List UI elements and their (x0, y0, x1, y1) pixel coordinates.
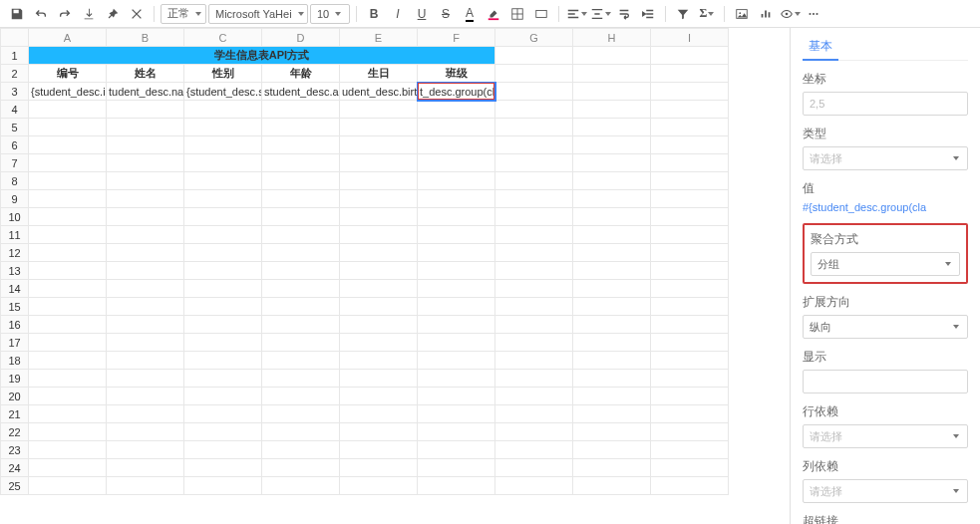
cell[interactable] (107, 226, 184, 244)
cell[interactable] (29, 352, 107, 370)
tab-basic[interactable]: 基本 (803, 34, 838, 61)
cell[interactable] (340, 459, 418, 477)
aggregation-select[interactable]: 分组 (811, 252, 960, 276)
cell[interactable] (184, 459, 262, 477)
cell[interactable] (262, 226, 340, 244)
cell[interactable] (573, 280, 651, 298)
cell[interactable] (29, 226, 107, 244)
cell[interactable] (495, 154, 573, 172)
cell[interactable] (262, 190, 340, 208)
cell[interactable] (418, 441, 495, 459)
cell[interactable] (184, 262, 262, 280)
cell[interactable] (495, 136, 573, 154)
row-header[interactable]: 9 (1, 190, 29, 208)
bold-icon[interactable]: B (363, 3, 385, 25)
cell[interactable] (573, 477, 651, 495)
chart-icon[interactable] (755, 3, 777, 25)
cell[interactable] (107, 172, 184, 190)
cell[interactable] (262, 477, 340, 495)
clear-icon[interactable] (126, 3, 148, 25)
row-header[interactable]: 15 (1, 298, 29, 316)
display-input[interactable] (803, 370, 968, 393)
col-header[interactable]: D (262, 29, 340, 47)
cell[interactable] (573, 352, 651, 370)
cell[interactable] (651, 441, 729, 459)
cell[interactable] (262, 262, 340, 280)
row-header[interactable]: 12 (1, 244, 29, 262)
visibility-icon[interactable] (779, 3, 801, 25)
cell[interactable] (184, 190, 262, 208)
col-header[interactable]: B (107, 29, 184, 47)
cell[interactable] (107, 244, 184, 262)
cell[interactable] (651, 244, 729, 262)
font-size-select[interactable]: 10 (310, 4, 350, 24)
cell[interactable] (184, 119, 262, 136)
cell[interactable]: tudent_desc.nam (107, 83, 184, 101)
cell[interactable] (29, 101, 107, 119)
image-icon[interactable] (731, 3, 753, 25)
cell[interactable] (29, 405, 107, 423)
cell[interactable] (340, 208, 418, 226)
cell[interactable] (495, 47, 573, 65)
row-header[interactable]: 20 (1, 388, 29, 405)
cell[interactable]: 生日 (340, 65, 418, 83)
cell[interactable] (184, 441, 262, 459)
col-header[interactable]: C (184, 29, 262, 47)
cell[interactable] (651, 423, 729, 441)
cell[interactable] (29, 388, 107, 405)
cell[interactable] (495, 441, 573, 459)
cell[interactable] (651, 226, 729, 244)
cell[interactable] (573, 172, 651, 190)
cell[interactable] (495, 298, 573, 316)
row-header[interactable]: 16 (1, 316, 29, 334)
border-icon[interactable] (506, 3, 528, 25)
cell[interactable] (418, 477, 495, 495)
cell[interactable] (107, 190, 184, 208)
cell[interactable] (340, 172, 418, 190)
cell[interactable] (573, 459, 651, 477)
cell[interactable] (651, 459, 729, 477)
coord-input[interactable]: 2,5 (803, 92, 968, 116)
cell[interactable] (495, 65, 573, 83)
cell[interactable] (651, 388, 729, 405)
cell[interactable] (184, 316, 262, 334)
cell[interactable] (495, 190, 573, 208)
row-header[interactable]: 25 (1, 477, 29, 495)
rowdep-select[interactable]: 请选择 (803, 424, 968, 448)
cell[interactable] (340, 334, 418, 352)
cell[interactable] (651, 370, 729, 388)
cell[interactable] (107, 208, 184, 226)
redo-icon[interactable] (54, 3, 76, 25)
more-icon[interactable] (803, 3, 824, 25)
cell[interactable] (107, 405, 184, 423)
cell[interactable] (262, 280, 340, 298)
cell[interactable] (262, 298, 340, 316)
italic-icon[interactable]: I (387, 3, 409, 25)
cell[interactable] (29, 298, 107, 316)
row-header[interactable]: 2 (1, 65, 29, 83)
cell[interactable] (107, 101, 184, 119)
cell[interactable] (651, 334, 729, 352)
cell[interactable] (184, 208, 262, 226)
valign-icon[interactable] (589, 3, 611, 25)
cell[interactable] (495, 172, 573, 190)
cell[interactable] (418, 334, 495, 352)
col-header[interactable]: G (495, 29, 573, 47)
cell[interactable] (340, 226, 418, 244)
cell[interactable] (107, 441, 184, 459)
cell[interactable] (495, 208, 573, 226)
col-header[interactable]: F (418, 29, 495, 47)
align-icon[interactable] (565, 3, 587, 25)
cell[interactable] (184, 154, 262, 172)
row-header[interactable]: 1 (1, 47, 29, 65)
col-header[interactable]: I (651, 29, 729, 47)
cell[interactable] (340, 154, 418, 172)
row-header[interactable]: 11 (1, 226, 29, 244)
cell[interactable] (184, 172, 262, 190)
cell[interactable] (107, 370, 184, 388)
cell[interactable] (107, 119, 184, 136)
cell[interactable] (495, 280, 573, 298)
style-select[interactable]: 正常 (161, 4, 206, 24)
cell[interactable] (29, 208, 107, 226)
cell[interactable]: 编号 (29, 65, 107, 83)
